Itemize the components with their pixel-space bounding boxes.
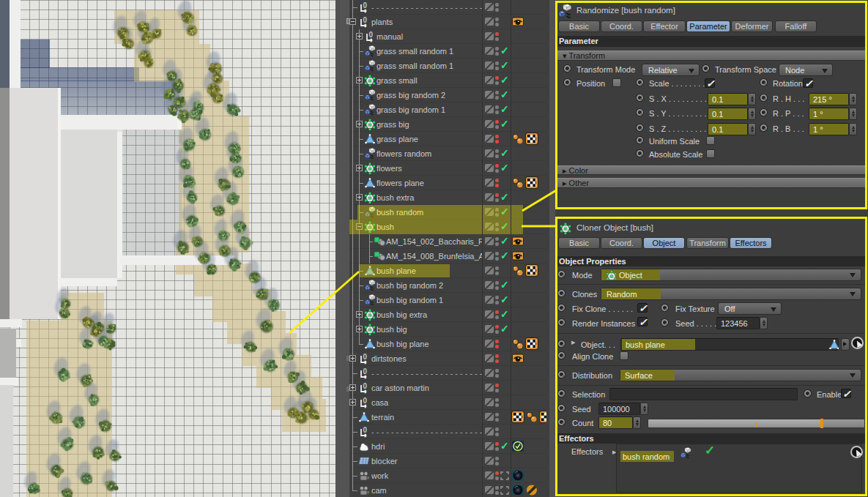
svg-text:0: 0	[363, 382, 368, 390]
svg-text:0: 0	[363, 1, 368, 10]
svg-text:0: 0	[363, 367, 368, 375]
svg-text:0: 0	[363, 16, 368, 24]
svg-text:0: 0	[363, 353, 368, 361]
svg-text:0: 0	[363, 426, 368, 434]
svg-text:0: 0	[369, 31, 374, 39]
svg-text:0: 0	[363, 397, 368, 405]
